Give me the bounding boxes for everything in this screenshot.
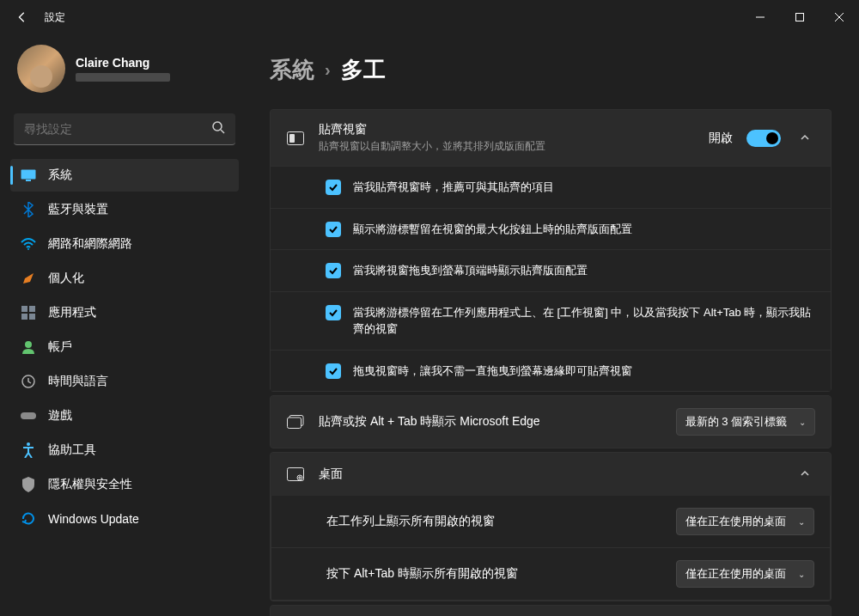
shield-icon xyxy=(21,477,36,492)
window-title: 設定 xyxy=(45,10,65,25)
desktop-taskbar-row: 在工作列上顯示所有開啟的視窗 僅在正在使用的桌面⌄ xyxy=(271,496,831,548)
chevron-up-icon xyxy=(795,467,815,482)
snap-option-row: 拖曳視窗時，讓我不需一直拖曳到螢幕邊緣即可貼齊視窗 xyxy=(271,350,831,392)
snap-option-label: 拖曳視窗時，讓我不需一直拖曳到螢幕邊緣即可貼齊視窗 xyxy=(353,363,632,380)
chevron-up-icon xyxy=(795,131,815,146)
chevron-down-icon: ⌄ xyxy=(799,418,806,427)
maximize-button[interactable] xyxy=(780,0,819,34)
sidebar-item-label: Windows Update xyxy=(48,512,139,526)
sidebar-item-label: 遊戲 xyxy=(48,408,72,424)
sidebar-item-label: 應用程式 xyxy=(48,305,96,320)
edge-dropdown[interactable]: 最新的 3 個索引標籤 ⌄ xyxy=(676,408,815,436)
sidebar-item-wifi[interactable]: 網路和網際網路 xyxy=(10,228,239,260)
svg-rect-12 xyxy=(29,314,35,320)
close-button[interactable] xyxy=(819,0,859,34)
monitor-icon xyxy=(21,168,36,183)
back-button[interactable] xyxy=(14,9,31,26)
snap-title: 貼齊視窗 xyxy=(319,122,695,137)
wifi-icon xyxy=(21,236,36,252)
sidebar-item-person[interactable]: 帳戶 xyxy=(10,331,239,363)
snap-icon xyxy=(286,129,305,148)
snap-option-row: 當我將游標停留在工作列應用程式上、在 [工作視窗] 中，以及當我按下 Alt+T… xyxy=(271,291,831,350)
tabs-icon xyxy=(286,412,305,431)
chevron-down-icon: ⌄ xyxy=(798,570,805,579)
svg-point-13 xyxy=(25,341,32,348)
edge-alt-tab-row[interactable]: 貼齊或按 Alt + Tab 時顯示 Microsoft Edge 最新的 3 … xyxy=(270,395,832,448)
desktop-header[interactable]: 桌面 xyxy=(271,453,831,496)
profile-name: Claire Chang xyxy=(76,56,170,70)
snap-option-checkbox[interactable] xyxy=(326,363,341,379)
search-input[interactable] xyxy=(24,122,211,136)
update-icon xyxy=(21,511,36,527)
svg-rect-7 xyxy=(26,180,31,181)
svg-rect-15 xyxy=(21,412,36,419)
avatar xyxy=(17,45,65,93)
sidebar-item-apps[interactable]: 應用程式 xyxy=(10,296,239,329)
profile-section[interactable]: Claire Chang xyxy=(10,34,239,110)
snap-state-label: 開啟 xyxy=(709,131,733,146)
sidebar-item-monitor[interactable]: 系統 xyxy=(10,159,239,192)
snap-option-label: 當我將視窗拖曳到螢幕頂端時顯示貼齊版面配置 xyxy=(353,262,588,279)
svg-point-8 xyxy=(27,248,29,250)
sidebar-item-shield[interactable]: 隱私權與安全性 xyxy=(10,468,239,501)
svg-rect-10 xyxy=(29,306,35,312)
search-box[interactable] xyxy=(14,113,235,145)
snap-option-row: 當我貼齊視窗時，推薦可與其貼齊的項目 xyxy=(271,166,831,208)
bluetooth-icon xyxy=(21,202,36,217)
snap-subtitle: 貼齊視窗以自動調整大小，並將其排列成版面配置 xyxy=(319,139,695,154)
brush-icon xyxy=(21,271,36,286)
sidebar-item-label: 隱私權與安全性 xyxy=(48,477,132,492)
sidebar-item-clock[interactable]: 時間與語言 xyxy=(10,365,239,398)
snap-option-label: 當我將游標停留在工作列應用程式上、在 [工作視窗] 中，以及當我按下 Alt+T… xyxy=(353,304,815,338)
sidebar-item-accessibility[interactable]: 協助工具 xyxy=(10,434,239,467)
svg-rect-9 xyxy=(21,306,27,312)
desktop-icon xyxy=(286,465,305,484)
chevron-right-icon: › xyxy=(325,60,331,80)
sidebar-item-label: 網路和網際網路 xyxy=(48,236,132,252)
sidebar-item-label: 協助工具 xyxy=(48,442,96,458)
snap-option-row: 當我將視窗拖曳到螢幕頂端時顯示貼齊版面配置 xyxy=(271,249,831,291)
snap-windows-card: 貼齊視窗 貼齊視窗以自動調整大小，並將其排列成版面配置 開啟 當我貼齊視窗時，推… xyxy=(270,109,832,392)
sidebar-item-update[interactable]: Windows Update xyxy=(10,503,239,535)
snap-option-checkbox[interactable] xyxy=(326,180,341,195)
svg-point-4 xyxy=(213,122,222,131)
svg-rect-18 xyxy=(289,134,295,143)
chevron-down-icon: ⌄ xyxy=(798,517,805,527)
svg-point-16 xyxy=(27,442,30,446)
desktop-title: 桌面 xyxy=(319,467,781,482)
svg-rect-6 xyxy=(21,170,36,180)
snap-option-checkbox[interactable] xyxy=(326,222,341,237)
svg-rect-11 xyxy=(21,314,27,320)
minimize-button[interactable] xyxy=(740,0,780,34)
snap-option-checkbox[interactable] xyxy=(326,263,341,278)
clock-icon xyxy=(21,374,36,389)
sidebar-item-bluetooth[interactable]: 藍牙與裝置 xyxy=(10,193,239,226)
breadcrumb-current: 多工 xyxy=(341,55,386,85)
snap-option-label: 當我貼齊視窗時，推薦可與其貼齊的項目 xyxy=(353,179,554,196)
snap-option-checkbox[interactable] xyxy=(326,305,341,320)
accessibility-icon xyxy=(21,442,36,458)
apps-icon xyxy=(21,305,36,320)
snap-windows-header[interactable]: 貼齊視窗 貼齊視窗以自動調整大小，並將其排列成版面配置 開啟 xyxy=(271,110,831,166)
svg-rect-1 xyxy=(796,14,804,21)
sidebar-item-gamepad[interactable]: 遊戲 xyxy=(10,399,239,432)
desktop-card: 桌面 在工作列上顯示所有開啟的視窗 僅在正在使用的桌面⌄ 按下 Alt+Tab … xyxy=(270,452,832,601)
sidebar-item-label: 時間與語言 xyxy=(48,374,108,389)
edge-label: 貼齊或按 Alt + Tab 時顯示 Microsoft Edge xyxy=(319,414,662,430)
snap-option-label: 顯示將游標暫留在視窗的最大化按鈕上時的貼齊版面配置 xyxy=(353,221,632,238)
profile-email-redacted xyxy=(76,73,170,82)
sidebar-item-label: 藍牙與裝置 xyxy=(48,202,108,217)
sidebar-item-label: 系統 xyxy=(48,168,72,183)
desktop-alttab-dropdown[interactable]: 僅在正在使用的桌面⌄ xyxy=(676,560,814,588)
sidebar-item-brush[interactable]: 個人化 xyxy=(10,262,239,295)
search-icon xyxy=(211,120,225,137)
desktop-alttab-row: 按下 Alt+Tab 時顯示所有開啟的視窗 僅在正在使用的桌面⌄ xyxy=(271,548,831,601)
breadcrumb-parent[interactable]: 系統 xyxy=(270,55,314,85)
snap-toggle[interactable] xyxy=(746,130,781,147)
title-shake-row[interactable]: 標題列視窗搖動 以滑鼠抓取視窗標題列並搖晃視窗，即可將其他開啟的視窗最小化 開啟 xyxy=(270,605,832,616)
svg-line-5 xyxy=(221,130,224,133)
breadcrumb: 系統 › 多工 xyxy=(270,55,832,85)
desktop-taskbar-dropdown[interactable]: 僅在正在使用的桌面⌄ xyxy=(676,508,814,535)
sidebar-item-label: 帳戶 xyxy=(48,339,72,355)
sidebar-item-label: 個人化 xyxy=(48,271,84,286)
